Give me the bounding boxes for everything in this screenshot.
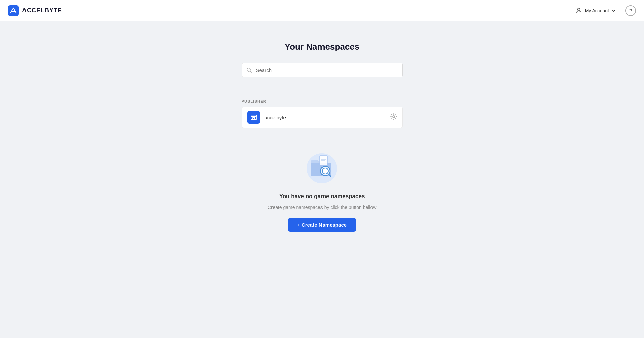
svg-point-1 bbox=[577, 8, 580, 10]
publisher-left: accelbyte bbox=[247, 111, 286, 124]
empty-state: You have no game namespaces Create game … bbox=[268, 148, 377, 232]
divider bbox=[242, 91, 403, 91]
main-content: Your Namespaces PUBLISHER bbox=[0, 0, 644, 338]
svg-point-9 bbox=[393, 116, 395, 118]
user-icon bbox=[575, 7, 582, 14]
svg-rect-0 bbox=[8, 5, 19, 16]
create-namespace-button[interactable]: + Create Namespace bbox=[288, 218, 356, 232]
accelbyte-logo-icon bbox=[8, 5, 19, 16]
chevron-down-icon bbox=[612, 9, 616, 13]
publisher-icon bbox=[247, 111, 260, 124]
empty-state-title: You have no game namespaces bbox=[279, 193, 365, 200]
publisher-name: accelbyte bbox=[265, 115, 286, 120]
svg-rect-15 bbox=[320, 156, 327, 165]
empty-illustration bbox=[302, 148, 342, 185]
page-title: Your Namespaces bbox=[285, 42, 360, 52]
svg-line-3 bbox=[250, 71, 251, 73]
help-label: ? bbox=[629, 8, 632, 13]
publisher-section: PUBLISHER accelbyte bbox=[242, 99, 403, 128]
logo[interactable]: ACCELBYTE bbox=[8, 5, 62, 16]
svg-rect-8 bbox=[251, 115, 256, 116]
search-icon bbox=[246, 67, 252, 73]
my-account-label: My Account bbox=[585, 8, 609, 13]
header-right: My Account ? bbox=[571, 5, 636, 16]
search-container bbox=[242, 63, 403, 77]
svg-point-13 bbox=[322, 168, 328, 174]
content-wrapper: Your Namespaces PUBLISHER bbox=[242, 21, 403, 245]
logo-text: ACCELBYTE bbox=[22, 7, 62, 14]
publisher-item[interactable]: accelbyte bbox=[242, 107, 403, 128]
my-account-button[interactable]: My Account bbox=[571, 5, 620, 16]
publisher-label: PUBLISHER bbox=[242, 99, 403, 103]
gear-icon[interactable] bbox=[390, 113, 397, 122]
create-namespace-label: + Create Namespace bbox=[297, 222, 347, 228]
svg-point-2 bbox=[247, 68, 250, 71]
empty-state-subtitle: Create game namespaces by click the butt… bbox=[268, 205, 377, 210]
help-button[interactable]: ? bbox=[625, 5, 636, 16]
header: ACCELBYTE My Account ? bbox=[0, 0, 644, 21]
search-input[interactable] bbox=[242, 63, 403, 77]
